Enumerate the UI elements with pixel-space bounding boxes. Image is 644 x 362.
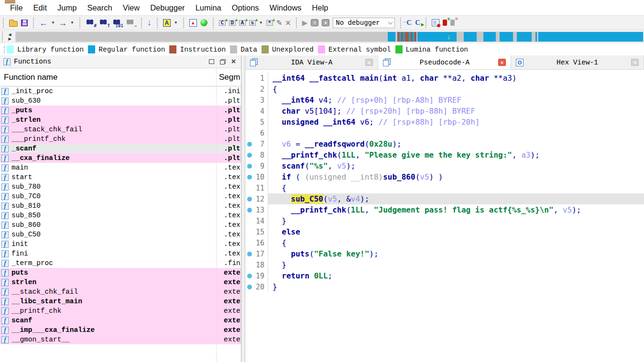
band-scroll-right-icon[interactable]: ▶ [9, 37, 11, 41]
function-row[interactable]: f_init_proc.init [0, 86, 241, 96]
menu-edit[interactable]: Edit [28, 1, 52, 14]
patch-icon[interactable]: * [266, 20, 273, 26]
make-string-icon[interactable]: s [249, 20, 256, 26]
code-text[interactable]: { [268, 182, 644, 193]
column-segment[interactable]: Segm [216, 73, 241, 82]
code-text[interactable]: { [268, 237, 644, 248]
function-row[interactable]: finit.text [0, 239, 241, 249]
names-window-icon[interactable]: A [163, 19, 171, 27]
code-text[interactable]: v6 = __readfsqword(0x28u); [268, 138, 644, 149]
problems-list-icon[interactable]: ▲ [189, 19, 197, 27]
tab-close-icon[interactable]: × [631, 59, 639, 66]
menu-search[interactable]: Search [82, 1, 117, 14]
code-text[interactable]: else [268, 226, 644, 237]
menu-view[interactable]: View [118, 1, 145, 14]
function-row[interactable]: f__printf_chkextern [0, 306, 241, 316]
code-text[interactable]: } [268, 281, 644, 292]
function-row[interactable]: f_scanf.plt [0, 144, 241, 153]
save-file-icon[interactable] [21, 20, 28, 26]
make-code-icon[interactable]: C [219, 20, 226, 26]
function-row[interactable]: f_puts.plt [0, 106, 241, 115]
band-scroll-left-icon[interactable]: ◀ [9, 33, 11, 37]
code-text[interactable]: if ( (unsigned __int8)sub_860(v5) ) [268, 171, 644, 182]
tab-ida-view-a[interactable]: IDA View-A× [245, 55, 378, 69]
jump-forward-caret-icon[interactable]: ▼ [70, 21, 74, 25]
names-caret-icon[interactable]: ▼ [174, 21, 178, 25]
band-scroll-arrows[interactable]: ◀ ▶ [4, 33, 15, 41]
code-text[interactable]: scanf("%s", v5); [268, 160, 644, 171]
jump-back-caret-icon[interactable]: ▼ [51, 21, 55, 25]
function-row[interactable]: fsub_630.plt [0, 96, 241, 106]
menu-jump[interactable]: Jump [52, 1, 82, 14]
function-row[interactable]: f__gmon_start__extern [0, 335, 241, 344]
code-text[interactable]: } [268, 215, 644, 226]
search-binary-icon[interactable] [112, 19, 122, 27]
function-row[interactable]: fsub_7C0.text [0, 192, 241, 201]
column-divider[interactable] [216, 68, 217, 362]
code-text[interactable]: __int64 __fastcall main(int a1, char **a… [268, 73, 644, 84]
column-function-name[interactable]: Function name [0, 73, 216, 82]
menu-windows[interactable]: Windows [264, 1, 307, 14]
code-text[interactable]: } [268, 259, 644, 270]
function-row[interactable]: f_term_proc.fini [0, 258, 241, 268]
code-text[interactable]: __printf_chk(1LL, "Please give me the ke… [268, 149, 644, 160]
step-source-icon[interactable]: C [406, 19, 412, 27]
function-row[interactable]: f___printf_chk.plt [0, 134, 241, 144]
debug-pause-icon[interactable]: ‖ [311, 19, 318, 26]
open-file-icon[interactable] [9, 21, 18, 27]
maximize-icon[interactable] [209, 59, 214, 64]
menu-help[interactable]: Help [307, 1, 334, 14]
jump-forward-icon[interactable]: → [58, 19, 67, 27]
search-next-icon[interactable] [126, 19, 136, 27]
code-text[interactable] [268, 128, 644, 138]
function-row[interactable]: fsub_C50.text [0, 230, 241, 239]
code-text[interactable]: puts("False key!"); [268, 248, 644, 259]
function-row[interactable]: fstrlenextern [0, 277, 241, 287]
jump-back-icon[interactable]: ← [39, 19, 48, 27]
function-row[interactable]: fsub_810.text [0, 201, 241, 211]
search-address-icon[interactable] [86, 19, 96, 27]
code-text[interactable]: { [268, 84, 644, 95]
edit-icon[interactable]: ✎ [276, 19, 283, 27]
close-icon[interactable]: × [231, 58, 236, 65]
breakpoint-delete-icon[interactable] [450, 20, 455, 26]
make-string-caret-icon[interactable]: ▼ [259, 21, 263, 25]
code-text[interactable]: unsigned __int64 v6; // [rsp+88h] [rbp-2… [268, 117, 644, 128]
function-row[interactable]: fsub_860.text [0, 220, 241, 230]
make-data-icon[interactable]: D [229, 20, 236, 26]
code-text[interactable]: sub_C50(v5, &v4); [268, 193, 644, 204]
tab-pseudocode-a[interactable]: Pseudocode-A× [378, 55, 511, 69]
menu-debugger[interactable]: Debugger [145, 1, 190, 14]
code-text[interactable]: char v5[104]; // [rsp+20h] [rbp-88h] BYR… [268, 106, 644, 117]
function-row[interactable]: fscanfextern [0, 316, 241, 325]
debugger-select[interactable]: No debugger [333, 18, 395, 28]
debug-start-icon[interactable]: ▶ [302, 19, 308, 27]
tab-close-icon[interactable]: × [498, 59, 506, 66]
code-text[interactable]: __printf_chk(1LL, "Judgement pass! flag … [268, 204, 644, 215]
breakpoint-add-icon[interactable] [443, 20, 447, 26]
debug-stop-icon[interactable]: ■ [322, 19, 329, 26]
code-text[interactable]: __int64 v4; // [rsp+0h] [rbp-A8h] BYREF [268, 95, 644, 106]
navigation-band[interactable]: ↓ [15, 32, 644, 42]
function-row[interactable]: f__cxa_finalize.plt. [0, 153, 241, 163]
tab-hex-view-1[interactable]: OHex View-1× [511, 55, 644, 69]
function-row[interactable]: f__imp___cxa_finalizeextern [0, 325, 241, 335]
breakpoint-list-icon[interactable] [432, 19, 439, 26]
function-row[interactable]: fmain.text [0, 163, 241, 172]
undefine-icon[interactable]: × [285, 19, 291, 27]
function-row[interactable]: fstart.text [0, 172, 241, 182]
function-row[interactable]: f_strlen.plt [0, 115, 241, 125]
code-text[interactable]: return 0LL; [268, 270, 644, 281]
function-row[interactable]: fsub_780.text [0, 182, 241, 192]
restore-icon[interactable] [220, 59, 226, 64]
function-row[interactable]: fputsextern [0, 268, 241, 277]
menu-lumina[interactable]: Lumina [190, 1, 227, 14]
make-name-icon[interactable]: A [239, 20, 246, 26]
jump-address-icon[interactable]: ↓ [147, 18, 152, 28]
tab-close-icon[interactable]: × [365, 59, 373, 66]
band-grip[interactable] [1, 32, 3, 42]
function-row[interactable]: fsub_850.text [0, 211, 241, 220]
function-row[interactable]: f__libc_start_mainextern [0, 297, 241, 306]
menu-options[interactable]: Options [227, 1, 264, 14]
lumina-status-icon[interactable] [200, 19, 207, 26]
